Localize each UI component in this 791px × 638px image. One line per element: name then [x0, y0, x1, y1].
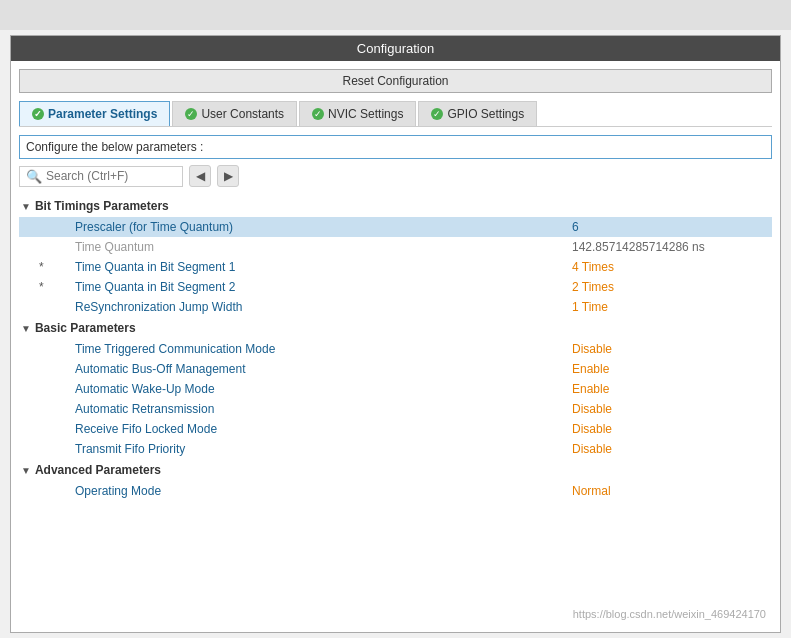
- param-name: Time Quanta in Bit Segment 1: [55, 260, 572, 274]
- reset-config-button[interactable]: Reset Configuration: [19, 69, 772, 93]
- param-row[interactable]: Prescaler (for Time Quantum)6: [19, 217, 772, 237]
- search-input[interactable]: [46, 169, 176, 183]
- param-required-indicator: *: [39, 280, 55, 294]
- param-value: Enable: [572, 382, 772, 396]
- param-name: Automatic Retransmission: [55, 402, 572, 416]
- param-value: Disable: [572, 422, 772, 436]
- param-value: 2 Times: [572, 280, 772, 294]
- param-row[interactable]: *Time Quanta in Bit Segment 22 Times: [19, 277, 772, 297]
- configure-text: Configure the below parameters :: [19, 135, 772, 159]
- tab-nvic-settings[interactable]: ✓NVIC Settings: [299, 101, 416, 126]
- section-label-bit-timings: Bit Timings Parameters: [35, 199, 169, 213]
- param-row[interactable]: Automatic RetransmissionDisable: [19, 399, 772, 419]
- param-value: 142.85714285714286 ns: [572, 240, 772, 254]
- param-row[interactable]: Transmit Fifo PriorityDisable: [19, 439, 772, 459]
- section-arrow-bit-timings: ▼: [21, 201, 31, 212]
- param-required-indicator: *: [39, 260, 55, 274]
- param-row[interactable]: ReSynchronization Jump Width1 Time: [19, 297, 772, 317]
- tab-icon-user-constants: ✓: [185, 108, 197, 120]
- param-row[interactable]: *Time Quanta in Bit Segment 14 Times: [19, 257, 772, 277]
- param-value: Disable: [572, 342, 772, 356]
- tab-icon-nvic-settings: ✓: [312, 108, 324, 120]
- section-label-basic-parameters: Basic Parameters: [35, 321, 136, 335]
- search-input-wrap[interactable]: 🔍: [19, 166, 183, 187]
- section-label-advanced-parameters: Advanced Parameters: [35, 463, 161, 477]
- search-icon: 🔍: [26, 169, 42, 184]
- param-value: Enable: [572, 362, 772, 376]
- tab-parameter-settings[interactable]: ✓Parameter Settings: [19, 101, 170, 126]
- param-name: Operating Mode: [55, 484, 572, 498]
- param-name: Automatic Bus-Off Management: [55, 362, 572, 376]
- tab-gpio-settings[interactable]: ✓GPIO Settings: [418, 101, 537, 126]
- tab-icon-parameter-settings: ✓: [32, 108, 44, 120]
- section-arrow-basic-parameters: ▼: [21, 323, 31, 334]
- param-value: 6: [572, 220, 772, 234]
- param-value: 4 Times: [572, 260, 772, 274]
- section-arrow-advanced-parameters: ▼: [21, 465, 31, 476]
- section-header-basic-parameters[interactable]: ▼ Basic Parameters: [19, 317, 772, 339]
- tab-user-constants[interactable]: ✓User Constants: [172, 101, 297, 126]
- tab-bar: ✓Parameter Settings✓User Constants✓NVIC …: [19, 101, 772, 127]
- search-bar: 🔍 ◀ ▶: [19, 165, 772, 187]
- param-row[interactable]: Time Quantum142.85714285714286 ns: [19, 237, 772, 257]
- prev-nav-button[interactable]: ◀: [189, 165, 211, 187]
- param-name: ReSynchronization Jump Width: [55, 300, 572, 314]
- param-name: Transmit Fifo Priority: [55, 442, 572, 456]
- param-row[interactable]: Automatic Wake-Up ModeEnable: [19, 379, 772, 399]
- param-value: 1 Time: [572, 300, 772, 314]
- next-nav-button[interactable]: ▶: [217, 165, 239, 187]
- section-header-advanced-parameters[interactable]: ▼ Advanced Parameters: [19, 459, 772, 481]
- param-name: Receive Fifo Locked Mode: [55, 422, 572, 436]
- param-value: Disable: [572, 402, 772, 416]
- params-table: ▼ Bit Timings ParametersPrescaler (for T…: [19, 195, 772, 604]
- param-name: Automatic Wake-Up Mode: [55, 382, 572, 396]
- config-title: Configuration: [11, 36, 780, 61]
- watermark: https://blog.csdn.net/weixin_469424170: [19, 604, 772, 624]
- param-row[interactable]: Operating ModeNormal: [19, 481, 772, 501]
- section-header-bit-timings[interactable]: ▼ Bit Timings Parameters: [19, 195, 772, 217]
- param-row[interactable]: Time Triggered Communication ModeDisable: [19, 339, 772, 359]
- param-name: Prescaler (for Time Quantum): [55, 220, 572, 234]
- param-value: Normal: [572, 484, 772, 498]
- param-row[interactable]: Automatic Bus-Off ManagementEnable: [19, 359, 772, 379]
- param-name: Time Quanta in Bit Segment 2: [55, 280, 572, 294]
- tab-icon-gpio-settings: ✓: [431, 108, 443, 120]
- param-name: Time Triggered Communication Mode: [55, 342, 572, 356]
- param-name: Time Quantum: [55, 240, 572, 254]
- param-row[interactable]: Receive Fifo Locked ModeDisable: [19, 419, 772, 439]
- param-value: Disable: [572, 442, 772, 456]
